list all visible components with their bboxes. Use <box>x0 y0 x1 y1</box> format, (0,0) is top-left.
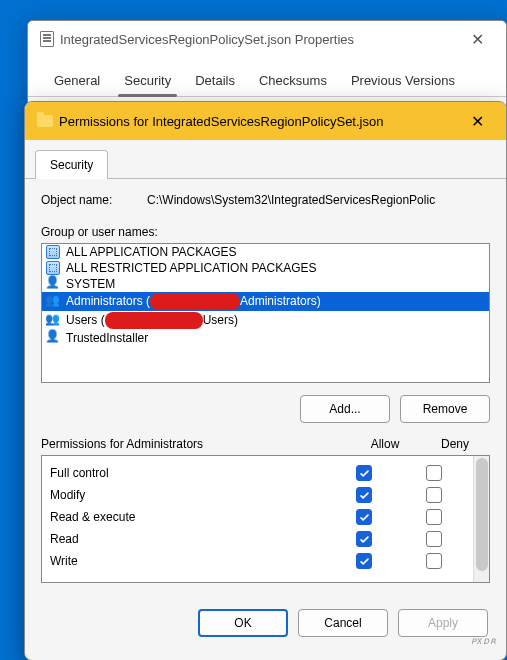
users-icon <box>46 314 60 328</box>
permissions-tabs: Security <box>25 140 506 179</box>
allow-checkbox[interactable] <box>356 487 372 503</box>
allow-header: Allow <box>350 437 420 451</box>
permission-row: Read & execute <box>50 506 469 528</box>
deny-cell <box>399 465 469 481</box>
list-item-label: Users (Users) <box>66 312 238 329</box>
package-icon <box>46 245 60 259</box>
list-item-label: Administrators (Administrators) <box>66 293 321 310</box>
list-item[interactable]: ALL RESTRICTED APPLICATION PACKAGES <box>42 260 489 276</box>
group-names-label: Group or user names: <box>41 225 490 239</box>
properties-titlebar: IntegratedServicesRegionPolicySet.json P… <box>28 21 506 57</box>
allow-cell <box>329 465 399 481</box>
permissions-scroll[interactable]: Full controlModifyRead & executeReadWrit… <box>42 456 473 582</box>
scrollbar[interactable] <box>473 456 489 582</box>
permission-name: Read <box>50 532 329 546</box>
tab-previous-versions[interactable]: Previous Versions <box>339 67 467 96</box>
allow-cell <box>329 553 399 569</box>
list-item[interactable]: ALL APPLICATION PACKAGES <box>42 244 489 260</box>
deny-header: Deny <box>420 437 490 451</box>
group-buttons: Add... Remove <box>41 395 490 423</box>
deny-checkbox[interactable] <box>426 553 442 569</box>
permissions-titlebar: Permissions for IntegratedServicesRegion… <box>25 102 506 140</box>
deny-cell <box>399 487 469 503</box>
scrollbar-thumb[interactable] <box>476 458 488 571</box>
folder-icon <box>37 115 53 127</box>
deny-checkbox[interactable] <box>426 487 442 503</box>
allow-checkbox[interactable] <box>356 531 372 547</box>
group-user-list[interactable]: ALL APPLICATION PACKAGESALL RESTRICTED A… <box>41 243 490 383</box>
object-name-label: Object name: <box>41 193 147 207</box>
remove-button[interactable]: Remove <box>400 395 490 423</box>
close-icon[interactable]: ✕ <box>461 26 494 53</box>
permissions-title: Permissions for IntegratedServicesRegion… <box>59 114 461 129</box>
properties-tabs: General Security Details Checksums Previ… <box>28 57 506 97</box>
list-item[interactable]: Administrators (Administrators) <box>42 292 489 311</box>
permissions-dialog: Permissions for IntegratedServicesRegion… <box>24 101 507 660</box>
permission-row: Modify <box>50 484 469 506</box>
list-item-label: ALL APPLICATION PACKAGES <box>66 245 237 259</box>
redaction <box>150 293 240 310</box>
deny-checkbox[interactable] <box>426 465 442 481</box>
allow-checkbox[interactable] <box>356 553 372 569</box>
tab-security[interactable]: Security <box>112 67 183 96</box>
deny-cell <box>399 553 469 569</box>
allow-cell <box>329 487 399 503</box>
object-name-row: Object name: C:\Windows\System32\Integra… <box>41 193 490 207</box>
permission-name: Write <box>50 554 329 568</box>
permissions-for-label: Permissions for Administrators <box>41 437 350 451</box>
list-item[interactable]: SYSTEM <box>42 276 489 292</box>
permission-row: Read <box>50 528 469 550</box>
package-icon <box>46 261 60 275</box>
apply-button[interactable]: Apply <box>398 609 488 637</box>
permissions-header: Permissions for Administrators Allow Den… <box>41 437 490 451</box>
properties-title: IntegratedServicesRegionPolicySet.json P… <box>60 32 461 47</box>
allow-checkbox[interactable] <box>356 509 372 525</box>
permission-name: Read & execute <box>50 510 329 524</box>
close-icon[interactable]: ✕ <box>461 108 494 135</box>
add-button[interactable]: Add... <box>300 395 390 423</box>
allow-cell <box>329 509 399 525</box>
deny-cell <box>399 531 469 547</box>
deny-checkbox[interactable] <box>426 509 442 525</box>
tab-general[interactable]: General <box>42 67 112 96</box>
tab-details[interactable]: Details <box>183 67 247 96</box>
object-name-value: C:\Windows\System32\IntegratedServicesRe… <box>147 193 490 207</box>
dialog-body: Object name: C:\Windows\System32\Integra… <box>25 178 506 595</box>
deny-checkbox[interactable] <box>426 531 442 547</box>
list-item-label: ALL RESTRICTED APPLICATION PACKAGES <box>66 261 317 275</box>
user-icon <box>46 331 60 345</box>
list-item-label: SYSTEM <box>66 277 115 291</box>
list-item-label: TrustedInstaller <box>66 331 148 345</box>
redaction <box>105 312 203 329</box>
user-icon <box>46 277 60 291</box>
list-item[interactable]: TrustedInstaller <box>42 330 489 346</box>
permission-name: Modify <box>50 488 329 502</box>
ok-button[interactable]: OK <box>198 609 288 637</box>
deny-cell <box>399 509 469 525</box>
permission-row: Write <box>50 550 469 572</box>
list-item[interactable]: Users (Users) <box>42 311 489 330</box>
tab-checksums[interactable]: Checksums <box>247 67 339 96</box>
users-icon <box>46 295 60 309</box>
permission-row: Full control <box>50 462 469 484</box>
dialog-footer: OK Cancel Apply <box>25 595 506 651</box>
allow-checkbox[interactable] <box>356 465 372 481</box>
watermark: ᴘxᴅʀ <box>471 635 497 646</box>
tab-security-inner[interactable]: Security <box>35 150 108 179</box>
cancel-button[interactable]: Cancel <box>298 609 388 637</box>
document-icon <box>40 31 54 47</box>
allow-cell <box>329 531 399 547</box>
permission-name: Full control <box>50 466 329 480</box>
permissions-list: Full controlModifyRead & executeReadWrit… <box>41 455 490 583</box>
